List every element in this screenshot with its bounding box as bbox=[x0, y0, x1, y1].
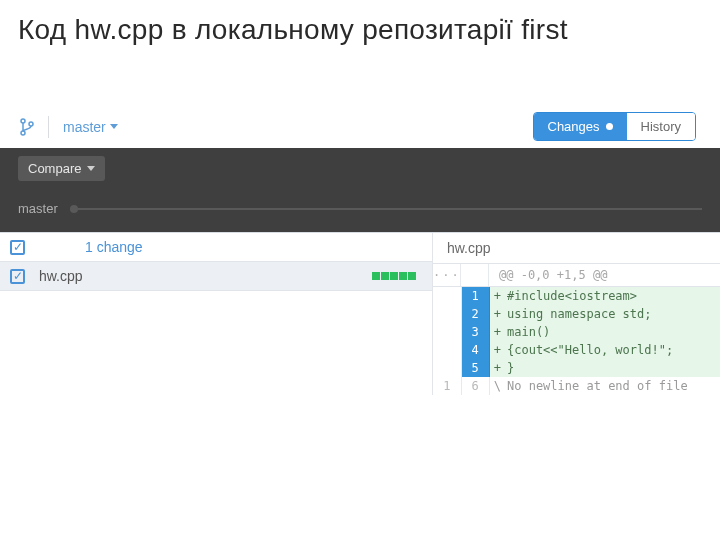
branch-timeline bbox=[70, 208, 702, 210]
check-icon: ✓ bbox=[13, 270, 23, 282]
line-number-old bbox=[433, 359, 461, 377]
hunk-range: @@ -0,0 +1,5 @@ bbox=[489, 264, 617, 286]
diff-line-text: using namespace std; bbox=[505, 305, 720, 323]
diff-line: 3+main() bbox=[433, 323, 720, 341]
compare-panel: Compare master bbox=[0, 148, 720, 232]
view-tab-group: Changes History bbox=[533, 112, 697, 141]
diff-sign: + bbox=[489, 287, 505, 305]
line-number-old bbox=[433, 323, 461, 341]
diff-sign: + bbox=[489, 359, 505, 377]
diff-sign: \ bbox=[489, 377, 505, 395]
chevron-down-icon bbox=[110, 124, 118, 129]
toolbar-divider bbox=[48, 116, 49, 138]
timeline-branch-label: master bbox=[18, 201, 58, 216]
diff-file-header: hw.cpp bbox=[433, 233, 720, 264]
tab-history[interactable]: History bbox=[627, 113, 695, 140]
change-summary-row: ✓ 1 change bbox=[0, 233, 432, 262]
git-app: master Changes History Compare master bbox=[0, 106, 720, 395]
branch-dropdown[interactable]: master bbox=[63, 119, 118, 135]
line-number-new: 1 bbox=[461, 287, 489, 305]
diff-line: 2+using namespace std; bbox=[433, 305, 720, 323]
compare-button-label: Compare bbox=[28, 161, 81, 176]
file-checkbox[interactable]: ✓ bbox=[10, 269, 25, 284]
file-row[interactable]: ✓ hw.cpp bbox=[0, 262, 432, 291]
diff-line: 4+{cout<<"Hello, world!"; bbox=[433, 341, 720, 359]
branch-timeline-row: master bbox=[0, 189, 720, 232]
file-name: hw.cpp bbox=[39, 268, 372, 284]
gutter-old: ··· bbox=[433, 264, 461, 286]
changes-indicator-dot bbox=[606, 123, 613, 130]
diff-sign: + bbox=[489, 341, 505, 359]
tab-changes[interactable]: Changes bbox=[534, 113, 627, 140]
chevron-down-icon bbox=[87, 166, 95, 171]
svg-point-0 bbox=[21, 119, 25, 123]
line-number-new: 3 bbox=[461, 323, 489, 341]
select-all-checkbox[interactable]: ✓ bbox=[10, 240, 25, 255]
line-number-new: 4 bbox=[461, 341, 489, 359]
diff-line: 16\No newline at end of file bbox=[433, 377, 720, 395]
hunk-header: ··· @@ -0,0 +1,5 @@ bbox=[433, 264, 720, 287]
add-square-icon bbox=[399, 272, 407, 280]
diff-line-text: {cout<<"Hello, world!"; bbox=[505, 341, 720, 359]
diff-line-text: } bbox=[505, 359, 720, 377]
tab-changes-label: Changes bbox=[548, 119, 600, 134]
diff-stat-squares bbox=[372, 272, 416, 280]
branch-icon bbox=[20, 118, 34, 136]
diff-table: 1+#include<iostream>2+using namespace st… bbox=[433, 287, 720, 395]
line-number-old bbox=[433, 287, 461, 305]
add-square-icon bbox=[408, 272, 416, 280]
svg-point-1 bbox=[21, 131, 25, 135]
line-number-new: 6 bbox=[461, 377, 489, 395]
check-icon: ✓ bbox=[13, 241, 23, 253]
compare-button[interactable]: Compare bbox=[18, 156, 105, 181]
add-square-icon bbox=[372, 272, 380, 280]
content-split: ✓ 1 change ✓ hw.cpp hw.cpp bbox=[0, 232, 720, 395]
top-toolbar: master Changes History bbox=[0, 106, 720, 148]
diff-sign: + bbox=[489, 305, 505, 323]
add-square-icon bbox=[381, 272, 389, 280]
add-square-icon bbox=[390, 272, 398, 280]
file-list-pane: ✓ 1 change ✓ hw.cpp bbox=[0, 233, 433, 395]
line-number-new: 5 bbox=[461, 359, 489, 377]
tab-history-label: History bbox=[641, 119, 681, 134]
branch-dropdown-label: master bbox=[63, 119, 106, 135]
diff-line-text: #include<iostream> bbox=[505, 287, 720, 305]
diff-sign: + bbox=[489, 323, 505, 341]
toolbar-left: master bbox=[20, 116, 118, 138]
line-number-old bbox=[433, 305, 461, 323]
compare-row: Compare bbox=[0, 148, 720, 189]
line-number-old: 1 bbox=[433, 377, 461, 395]
diff-line: 5+} bbox=[433, 359, 720, 377]
slide-title: Код hw.cpp в локальному репозитарії firs… bbox=[0, 0, 720, 46]
gutter-new bbox=[461, 264, 489, 286]
diff-line-text: main() bbox=[505, 323, 720, 341]
svg-point-2 bbox=[29, 122, 33, 126]
change-summary-text: 1 change bbox=[85, 239, 143, 255]
line-number-new: 2 bbox=[461, 305, 489, 323]
diff-pane: hw.cpp ··· @@ -0,0 +1,5 @@ 1+#include<io… bbox=[433, 233, 720, 395]
line-number-old bbox=[433, 341, 461, 359]
diff-line: 1+#include<iostream> bbox=[433, 287, 720, 305]
diff-line-text: No newline at end of file bbox=[505, 377, 720, 395]
